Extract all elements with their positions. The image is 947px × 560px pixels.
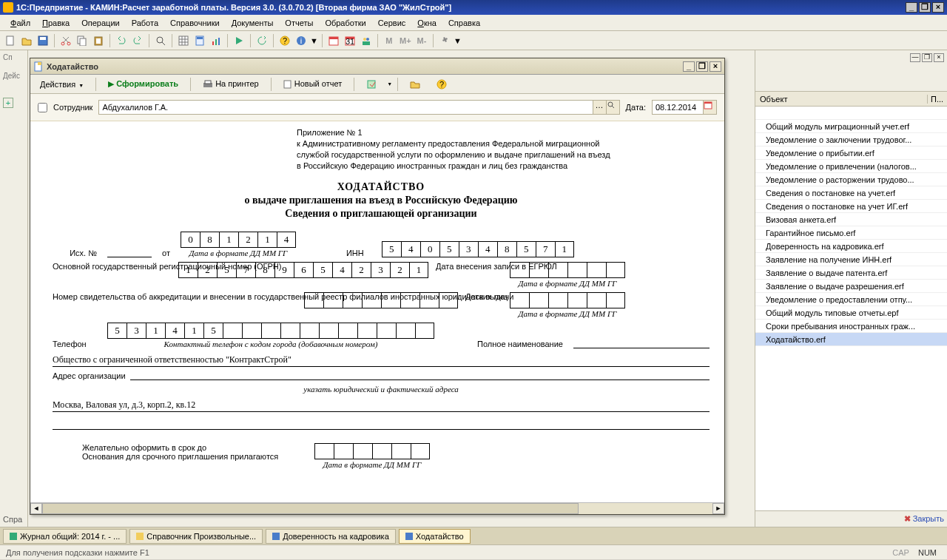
refresh-icon[interactable]	[255, 33, 269, 48]
print-button[interactable]: На принтер	[196, 76, 266, 92]
settings-icon[interactable]	[437, 33, 452, 48]
task-journal[interactable]: Журнал общий: 2014 г. - ...	[3, 529, 127, 544]
mminus-icon[interactable]: M-	[414, 33, 429, 48]
cal1-icon[interactable]	[326, 33, 341, 48]
m-icon[interactable]: M	[382, 33, 397, 48]
maximize-button[interactable]: ❐	[919, 2, 931, 13]
employee-pick-icon[interactable]: …	[593, 100, 607, 115]
menu-edit[interactable]: Правка	[36, 16, 75, 30]
export-icon[interactable]	[360, 76, 383, 92]
list-item[interactable]: Заявление о выдаче патента.erf	[755, 266, 947, 280]
list-item[interactable]: Заявление на получение ИНН.erf	[755, 253, 947, 266]
egrul-label: Дата внесения записи в ЕГРЮЛ	[436, 262, 502, 271]
employee-input[interactable]	[98, 100, 593, 115]
redo-icon[interactable]	[130, 33, 145, 48]
sw-max-button[interactable]: ❐	[696, 61, 708, 72]
info-icon[interactable]: i	[294, 33, 309, 48]
actions-button[interactable]: Действия ▼	[33, 77, 90, 92]
calc-icon[interactable]	[192, 33, 207, 48]
chevron-down-icon[interactable]: ▼	[310, 36, 318, 45]
date-input[interactable]	[652, 100, 704, 115]
help-icon[interactable]: ?	[277, 33, 292, 48]
svg-point-26	[366, 38, 369, 41]
list-item[interactable]: Заявление о выдаче разрешения.erf	[755, 280, 947, 293]
menu-windows[interactable]: Окна	[411, 16, 442, 30]
cut-icon[interactable]	[58, 33, 73, 48]
cal2-icon[interactable]: 31	[343, 33, 357, 48]
newreport-button[interactable]: Новый отчет	[277, 76, 349, 92]
minimize-button[interactable]: _	[906, 2, 917, 13]
people-icon[interactable]	[359, 33, 374, 48]
task-poa[interactable]: Доверенность на кадровика	[266, 529, 396, 544]
list-item[interactable]: Гарантийное письмо.erf	[755, 226, 947, 240]
chart-icon[interactable]	[209, 33, 223, 48]
scroll-thumb[interactable]	[42, 503, 579, 514]
list-item[interactable]: Ходатайство.erf	[755, 333, 947, 346]
rp-close-icon[interactable]: ×	[934, 53, 944, 62]
app-icon	[3, 2, 13, 13]
toolbar-help-icon[interactable]: ?	[430, 76, 454, 92]
menu-docs[interactable]: Документы	[226, 16, 280, 30]
task-ref[interactable]: Справочник Произвольные...	[129, 529, 263, 544]
list-item[interactable]: Сведения о постановке на учет.erf	[755, 186, 947, 200]
save-icon[interactable]	[36, 33, 50, 48]
grid-icon[interactable]	[176, 33, 191, 48]
run-icon[interactable]	[232, 33, 246, 48]
menu-work[interactable]: Работа	[126, 16, 164, 30]
doc-section: Сведения о приглашающей организации	[53, 208, 710, 220]
sw-min-button[interactable]: _	[683, 61, 695, 72]
close-link[interactable]: ✖ Закрыть	[904, 514, 944, 523]
open-icon[interactable]	[19, 33, 34, 48]
undo-icon[interactable]	[114, 33, 129, 48]
employee-search-icon[interactable]	[607, 100, 620, 115]
employee-checkbox[interactable]	[38, 103, 47, 112]
rp-min-icon[interactable]: —	[910, 53, 920, 62]
list-item[interactable]: Доверенность на кадровика.erf	[755, 240, 947, 253]
list-item[interactable]: Общий модуль миграционный учет.erf	[755, 120, 947, 133]
new-icon[interactable]	[3, 33, 18, 48]
app-titlebar: 1С:Предприятие - КАМИН:Расчет заработной…	[0, 0, 947, 15]
menu-help[interactable]: Справка	[442, 16, 486, 30]
generate-button[interactable]: ▶ Сформировать	[101, 76, 185, 92]
paste-icon[interactable]	[91, 33, 106, 48]
object-list[interactable]: Общий модуль миграционный учет.erf Уведо…	[755, 107, 947, 510]
mplus-icon[interactable]: M+	[398, 33, 413, 48]
fullname-label: Полное наименование	[477, 340, 563, 348]
find-icon[interactable]	[153, 33, 168, 48]
copy-icon[interactable]	[75, 33, 90, 48]
menu-service[interactable]: Сервис	[372, 16, 412, 30]
list-item[interactable]: Уведомление о заключении трудовог...	[755, 133, 947, 146]
menu-operations[interactable]: Операции	[75, 16, 125, 30]
add-icon[interactable]: +	[3, 98, 13, 108]
h-scrollbar[interactable]: ◄ ►	[30, 502, 724, 514]
svg-rect-29	[38, 62, 41, 65]
task-petition[interactable]: Ходатайство	[399, 529, 471, 544]
menu-reports[interactable]: Отчеты	[279, 16, 319, 30]
menu-ref[interactable]: Справочники	[164, 16, 226, 30]
list-item[interactable]: Общий модуль типовые отчеты.epf	[755, 306, 947, 320]
window-taskbar: Журнал общий: 2014 г. - ... Справочник П…	[0, 527, 947, 544]
sw-close-button[interactable]: ×	[710, 61, 721, 72]
rp-max-icon[interactable]: ❐	[922, 53, 932, 62]
menu-file[interactable]: Файл	[4, 16, 36, 30]
list-item[interactable]: Визовая анкета.erf	[755, 213, 947, 226]
chevron-down-icon[interactable]: ▼	[454, 36, 462, 45]
list-item[interactable]: Сроки пребывания иностранных граж...	[755, 320, 947, 333]
list-item[interactable]: Уведомление о расторжении трудово...	[755, 173, 947, 186]
list-item[interactable]: Сведения о постановке на учет ИГ.erf	[755, 200, 947, 213]
list-item[interactable]: Уведомление о предоставлении отпу...	[755, 293, 947, 306]
scroll-left-icon[interactable]: ◄	[30, 503, 42, 514]
calendar-icon[interactable]	[704, 100, 717, 115]
scroll-right-icon[interactable]: ►	[712, 503, 724, 514]
list-item[interactable]: Уведомление о прибытии.erf	[755, 146, 947, 160]
col-p[interactable]: П...	[928, 95, 947, 104]
right-panel-header: — ❐ ×	[755, 50, 947, 92]
close-button[interactable]: ×	[932, 2, 944, 13]
left-stub-action: Дейс	[3, 72, 24, 80]
col-object[interactable]: Объект	[755, 95, 928, 104]
document-view[interactable]: Приложение № 1 к Административному регла…	[30, 121, 724, 502]
open-folder-icon[interactable]	[403, 77, 427, 92]
list-item[interactable]: Уведомление о привлечении (налогов...	[755, 160, 947, 173]
chevron-down-icon[interactable]: ▼	[387, 81, 392, 87]
menu-proc[interactable]: Обработки	[319, 16, 371, 30]
